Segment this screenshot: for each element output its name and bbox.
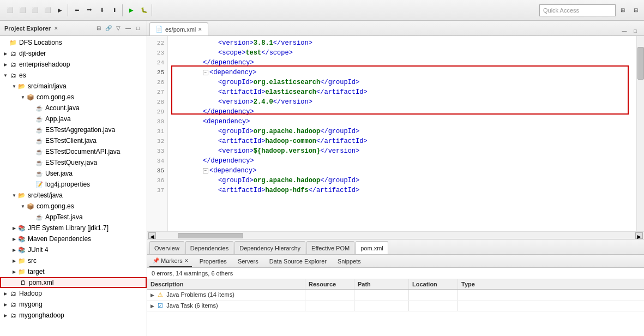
line-num-25: 25 (147, 68, 167, 77)
panel-title-area: Project Explorer ✕ (4, 25, 59, 32)
tree-arrow-maven-deps[interactable]: ▶ (11, 236, 17, 242)
tab-pom-xml-close[interactable]: ✕ (198, 27, 202, 32)
tree-item-src-main-java[interactable]: ▼📂src/main/java (0, 81, 147, 92)
tree-arrow-com-gong-es2[interactable]: ▼ (20, 203, 26, 209)
editor-tab-dependencies[interactable]: Dependencies (185, 241, 233, 254)
tree-item-com-gong-es2[interactable]: ▼📦com.gong.es (0, 201, 147, 212)
toolbar-btn-9[interactable]: ⬆ (109, 4, 121, 16)
markers-row-0[interactable]: ▶ ⚠ Java Problems (14 items) (147, 290, 644, 301)
debug-btn[interactable]: 🐛 (138, 4, 150, 16)
tree-label-mygonghadoop: mygonghadoop (19, 311, 64, 319)
tree-item-junit4[interactable]: ▶📚JUnit 4 (0, 244, 147, 255)
toolbar-btn-3[interactable]: ⬜ (29, 4, 41, 16)
vertical-scrollbar[interactable] (636, 36, 644, 231)
tree-arrow-com-gong-es[interactable]: ▼ (20, 94, 26, 100)
tree-item-target[interactable]: ▶📁target (0, 266, 147, 277)
code-editor[interactable]: 22232425262728293031323334353637 <versio… (147, 36, 636, 231)
tree-item-estestclient[interactable]: ☕ESTestClient.java (0, 135, 147, 146)
tree-label-dfs-locations: DFS Locations (19, 39, 62, 46)
tree-item-maven-deps[interactable]: ▶📚Maven Dependencies (0, 233, 147, 244)
run-btn[interactable]: ▶ (125, 4, 137, 16)
panel-close-icon[interactable]: ✕ (53, 25, 59, 32)
tree-item-hadoop[interactable]: ▶🗂Hadoop (0, 288, 147, 299)
maximize-btn[interactable]: □ (134, 24, 142, 33)
tree-item-jre-system-lib[interactable]: ▶📚JRE System Library [jdk1.7] (0, 223, 147, 233)
code-content-26: <groupId>org.elasticsearch</groupId> (218, 77, 359, 87)
tree-item-pom-xml[interactable]: 🗒pom.xml (0, 277, 147, 288)
tree-icon-src-test-java: 📂 (17, 191, 26, 199)
markers-col-path-1 (354, 301, 409, 311)
bottom-tab-snippets[interactable]: Snippets (334, 255, 364, 267)
tree-item-log4j[interactable]: 📝log4j.properties (0, 179, 147, 190)
h-scroll-right-btn[interactable]: ► (635, 232, 643, 239)
markers-row-1[interactable]: ▶ ☑ Java Task (6 items) (147, 301, 644, 311)
tree-item-dfs-locations[interactable]: 📁DFS Locations (0, 37, 147, 48)
tree-arrow-src-test-java[interactable]: ▼ (11, 192, 17, 199)
code-line-33: <version>${hadoop.version}</version> (172, 146, 632, 156)
tree-arrow-mygonghadoop[interactable]: ▶ (2, 312, 9, 319)
markers-expand-0[interactable]: ▶ (151, 292, 154, 298)
toolbar-btn-5[interactable]: ▶ (54, 4, 66, 16)
tree-arrow-hadoop[interactable]: ▶ (2, 290, 9, 297)
tree-item-enterprisehadoop[interactable]: ▶🗂enterprisehadoop (0, 59, 147, 70)
editor-tab-dep-hierarchy[interactable]: Dependency Hierarchy (234, 241, 305, 254)
tree-arrow-enterprisehadoop[interactable]: ▶ (2, 61, 9, 68)
tree-label-user-java: User.java (45, 170, 73, 177)
minimize-btn[interactable]: — (124, 24, 133, 33)
toolbar-btn-1[interactable]: ⬜ (4, 4, 16, 16)
tree-item-app-java[interactable]: ☕App.java (0, 113, 147, 124)
tree-item-mygong[interactable]: ▶🗂mygong (0, 299, 147, 310)
tree-arrow-es[interactable]: ▼ (2, 72, 9, 79)
editor-tab-pom-xml[interactable]: pom.xml (356, 241, 388, 254)
horizontal-scrollbar[interactable]: ◄ ► (147, 231, 644, 239)
tree-item-acount-java[interactable]: ☕Acount.java (0, 103, 147, 113)
editor-tab-overview[interactable]: Overview (149, 241, 184, 254)
minimize-editor-btn[interactable]: — (620, 27, 629, 35)
tree-item-mygonghadoop[interactable]: ▶🗂mygonghadoop (0, 310, 147, 321)
markers-expand-1[interactable]: ▶ (151, 303, 154, 309)
collapse-all-btn[interactable]: ⊟ (94, 24, 103, 33)
h-scroll-thumb[interactable] (178, 233, 243, 238)
tree-arrow-target[interactable]: ▶ (11, 268, 17, 275)
bottom-tab-markers[interactable]: 📌Markers ✕ (149, 255, 192, 267)
tree-arrow-src[interactable]: ▶ (11, 257, 17, 264)
bottom-tab-servers[interactable]: Servers (234, 255, 262, 267)
tree-arrow-junit4[interactable]: ▶ (11, 247, 17, 253)
toolbar-btn-7[interactable]: ⮕ (83, 4, 95, 16)
tree-item-com-gong-es[interactable]: ▼📦com.gong.es (0, 92, 147, 103)
tree-item-estestquery[interactable]: ☕ESTestQuery.java (0, 157, 147, 168)
link-editor-btn[interactable]: 🔗 (104, 24, 113, 33)
scroll-thumb[interactable] (637, 47, 644, 80)
tree-item-user-java[interactable]: ☕User.java (0, 168, 147, 179)
editor-tab-pom-xml[interactable]: 📄 es/pom.xml ✕ (149, 22, 208, 35)
tree-item-estestaggreg[interactable]: ☕ESTestAggregation.java (0, 124, 147, 135)
h-scroll-left-btn[interactable]: ◄ (148, 232, 156, 239)
tree-item-src[interactable]: ▶📁src (0, 255, 147, 266)
bottom-tab-properties[interactable]: Properties (196, 255, 230, 267)
tree-arrow-djt-spider[interactable]: ▶ (2, 50, 9, 57)
toolbar-btn-2[interactable]: ⬜ (16, 4, 28, 16)
bottom-tab-datasource[interactable]: Data Source Explorer (266, 255, 330, 267)
code-line-35: −<dependency> (172, 166, 632, 176)
toolbar-extra-2[interactable]: ⊟ (630, 4, 642, 16)
toolbar-btn-6[interactable]: ⬅ (71, 4, 83, 16)
editor-tab-effective-pom[interactable]: Effective POM (306, 241, 354, 254)
bottom-tab-close-markers[interactable]: ✕ (184, 258, 189, 263)
tree-item-djt-spider[interactable]: ▶🗂djt-spider (0, 48, 147, 59)
toolbar-btn-8[interactable]: ⬇ (96, 4, 108, 16)
tree-arrow-acount-java (28, 105, 35, 111)
tree-item-es[interactable]: ▼🗂es (0, 70, 147, 81)
tree-arrow-jre-system-lib[interactable]: ▶ (11, 225, 17, 231)
fold-indicator-35[interactable]: − (203, 168, 208, 173)
fold-indicator-25[interactable]: − (203, 70, 208, 75)
toolbar-btn-4[interactable]: ⬜ (41, 4, 53, 16)
toolbar-extra-1[interactable]: ⊞ (617, 4, 629, 16)
tree-item-estestdocapi[interactable]: ☕ESTestDocumentAPI.java (0, 146, 147, 157)
maximize-editor-btn[interactable]: □ (631, 27, 640, 35)
tree-icon-mygong: 🗂 (9, 301, 17, 308)
tree-item-src-test-java[interactable]: ▼📂src/test/java (0, 190, 147, 201)
tree-arrow-src-main-java[interactable]: ▼ (11, 83, 17, 89)
tree-item-apptest-java[interactable]: ☕AppTest.java (0, 212, 147, 223)
tree-arrow-mygong[interactable]: ▶ (2, 301, 9, 308)
panel-menu-btn[interactable]: ▽ (114, 24, 123, 33)
